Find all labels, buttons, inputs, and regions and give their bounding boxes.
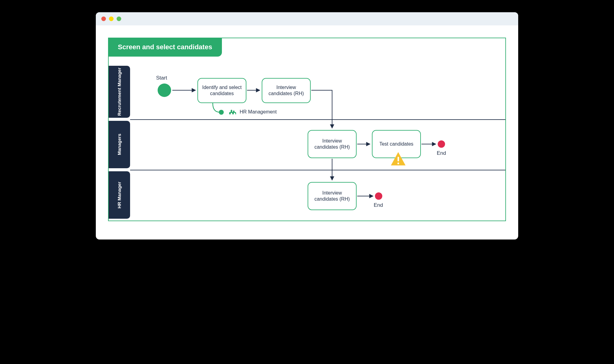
end-event-2[interactable] (375, 192, 382, 200)
bpmn-diagram: Screen and select candidates Recrutement… (108, 38, 506, 221)
traffic-close-icon[interactable] (101, 17, 106, 21)
task-identify-select[interactable]: Identify and select candidates (197, 78, 246, 103)
warning-icon (390, 151, 406, 167)
end-label-2: End (374, 202, 383, 208)
lane-label-text: Managers (117, 132, 122, 157)
lane-divider (130, 119, 505, 120)
puzzle-icon (228, 107, 237, 117)
traffic-minimize-icon[interactable] (109, 17, 114, 21)
svg-point-1 (397, 162, 399, 164)
task-interview-rh-3[interactable]: Interview candidates (RH) (308, 182, 357, 210)
lane-label-text: Recrutement Manager (117, 66, 122, 118)
start-label: Start (156, 75, 167, 81)
start-event[interactable] (158, 84, 171, 97)
titlebar (96, 12, 518, 25)
task-interview-rh-1[interactable]: Interview candidates (RH) (262, 78, 311, 103)
window: Screen and select candidates Recrutement… (96, 12, 518, 240)
svg-rect-0 (398, 157, 399, 162)
traffic-zoom-icon[interactable] (117, 17, 121, 21)
subprocess-dot-icon (219, 110, 224, 115)
lane-recruitment-manager: Recrutement Manager (109, 66, 130, 118)
task-interview-rh-2[interactable]: Interview candidates (RH) (308, 130, 357, 158)
end-event-1[interactable] (438, 140, 445, 148)
lane-label-text: HR Manager (117, 180, 122, 210)
subprocess-label: HR Management (240, 109, 277, 115)
diagram-title: Screen and select candidates (108, 38, 222, 57)
lane-divider (130, 170, 505, 170)
content: Screen and select candidates Recrutement… (96, 25, 518, 240)
lane-managers: Managers (109, 121, 130, 168)
end-label-1: End (437, 150, 446, 156)
lane-hr-manager: HR Manager (109, 171, 130, 219)
connectors (109, 38, 505, 221)
